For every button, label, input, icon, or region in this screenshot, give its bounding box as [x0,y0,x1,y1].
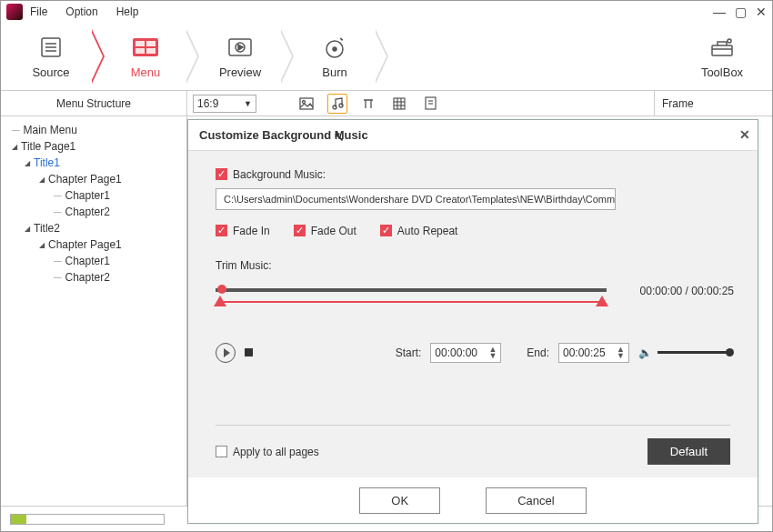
step-toolbox[interactable]: ToolBox [681,35,763,79]
music-path-value: C:\Users\admin\Documents\Wondershare DVD… [224,194,616,205]
spinner-icon: ▲▼ [488,346,497,359]
fade-in-checkbox[interactable]: ✓Fade In [216,225,270,237]
trim-start-handle[interactable] [214,296,226,306]
stepbar: Source Menu Preview Burn ToolBox [1,23,772,91]
maximize-icon[interactable]: ▢ [735,5,747,19]
tree-chapter1[interactable]: Chapter1 [8,253,179,269]
text-icon[interactable] [358,94,378,114]
ok-button[interactable]: OK [359,487,440,514]
close-icon[interactable]: ✕ [756,5,767,19]
trim-music-label: Trim Music: [216,259,730,272]
grid-icon[interactable] [389,94,409,114]
window-controls: — ▢ ✕ [713,5,767,19]
svg-rect-14 [712,45,732,55]
menu-icon [129,35,162,60]
volume-slider[interactable]: 🔈 [638,346,730,359]
dropdown-icon: ▼ [244,99,252,108]
step-preview-label: Preview [199,65,281,79]
tree-chapter-page1[interactable]: Chapter Page1 [8,236,179,253]
menu-structure-label: Menu Structure [1,91,187,115]
trim-end-handle[interactable] [596,296,608,306]
apply-all-checkbox[interactable]: ✓ Apply to all pages [216,446,319,458]
sub-toolbar: Menu Structure 16:9 ▼ Frame [1,91,772,116]
tree-chapter1[interactable]: Chapter1 [8,187,179,204]
chevron-icon [186,29,199,84]
dialog-close-icon[interactable]: ✕ [739,127,750,142]
tree-panel: Main Menu Title Page1 Title1 Chapter Pag… [1,116,187,506]
auto-repeat-checkbox[interactable]: ✓Auto Repeat [380,225,458,237]
stop-button[interactable] [245,348,253,356]
fade-out-label: Fade Out [311,225,356,237]
default-button[interactable]: Default [648,438,730,465]
image-icon[interactable] [296,94,316,114]
app-icon [6,4,23,20]
tree-chapter-page1[interactable]: Chapter Page1 [8,171,179,187]
music-icon[interactable] [327,94,347,114]
disc-usage-bar [10,514,165,525]
menubar-file[interactable]: File [30,5,47,18]
step-preview[interactable]: Preview [199,35,281,79]
play-button[interactable] [216,343,236,363]
checkbox-icon: ✓ [216,168,227,180]
step-menu[interactable]: Menu [105,35,186,79]
preview-icon [224,35,256,60]
tree-chapter2[interactable]: Chapter2 [8,269,179,286]
time-display: 00:00:00 / 00:00:25 [640,285,734,297]
titlebar: File Option Help — ▢ ✕ [1,1,772,23]
chevron-icon [92,29,105,84]
apply-all-label: Apply to all pages [233,446,319,458]
svg-rect-21 [394,98,405,109]
trim-slider[interactable]: 00:00:00 / 00:00:25 [216,281,607,317]
svg-rect-6 [146,41,156,46]
document-icon [35,35,67,60]
svg-marker-11 [238,45,243,50]
start-time-value: 00:00:00 [435,346,477,359]
fade-out-checkbox[interactable]: ✓Fade Out [294,225,356,237]
tree-main-menu[interactable]: Main Menu [8,122,179,138]
svg-point-16 [728,39,731,43]
svg-point-13 [333,47,336,51]
step-toolbox-label: ToolBox [681,65,763,79]
menubar: File Option Help [30,5,138,18]
speaker-icon: 🔈 [638,346,652,359]
svg-point-20 [339,104,343,107]
tree-chapter2[interactable]: Chapter2 [8,204,179,220]
dialog-title-text: Customize Background Music [199,128,368,142]
tree-title1[interactable]: Title1 [8,155,179,171]
background-music-label: Background Music: [233,168,326,181]
svg-rect-7 [136,48,145,54]
chevron-icon [376,29,388,84]
customize-music-dialog: Customize Background Music ↖ ✕ ✓ Backgro… [187,119,758,524]
svg-point-18 [303,100,306,103]
cancel-button[interactable]: Cancel [486,487,586,514]
frame-label: Frame [654,91,772,115]
play-icon [224,348,230,357]
checkbox-icon: ✓ [380,225,392,236]
svg-rect-17 [300,98,313,109]
svg-rect-5 [136,41,145,46]
minimize-icon[interactable]: — [713,5,726,19]
background-music-checkbox[interactable]: ✓ Background Music: [216,168,326,181]
end-time-input[interactable]: 00:00:25 ▲▼ [558,343,629,363]
menubar-help[interactable]: Help [116,5,139,18]
fade-in-label: Fade In [233,225,270,237]
svg-rect-8 [146,48,156,54]
step-burn[interactable]: Burn [294,35,376,79]
step-source[interactable]: Source [10,35,92,79]
toolbox-icon [706,35,738,60]
aspect-ratio-select[interactable]: 16:9 ▼ [193,95,256,113]
step-source-label: Source [10,65,92,79]
aspect-ratio-value: 16:9 [197,97,218,110]
checkbox-icon: ✓ [216,446,227,457]
tree-title2[interactable]: Title2 [8,220,179,236]
end-time-value: 00:00:25 [563,346,606,359]
step-burn-label: Burn [294,65,376,79]
playhead-icon[interactable] [217,285,226,294]
menubar-option[interactable]: Option [65,5,97,18]
step-menu-label: Menu [105,65,186,79]
start-time-input[interactable]: 00:00:00 ▲▼ [430,343,501,363]
page-icon[interactable] [420,94,440,114]
tree-title-page1[interactable]: Title Page1 [8,138,179,155]
burn-icon [318,35,351,60]
music-path-input[interactable]: C:\Users\admin\Documents\Wondershare DVD… [216,188,616,210]
